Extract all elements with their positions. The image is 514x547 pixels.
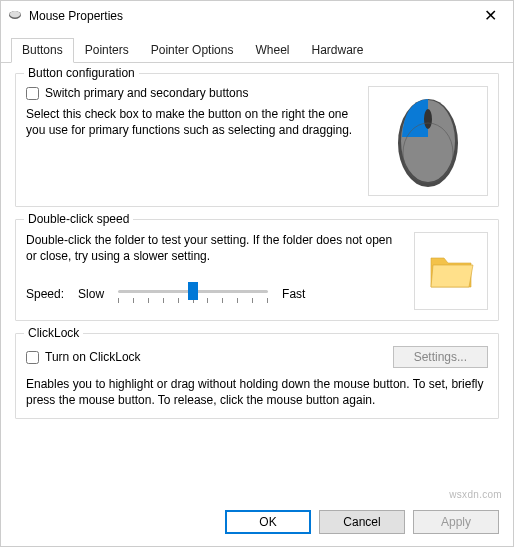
clicklock-checkbox[interactable] [26, 351, 39, 364]
tab-hardware[interactable]: Hardware [300, 38, 374, 63]
clicklock-label: Turn on ClickLock [45, 350, 141, 364]
mouse-preview [368, 86, 488, 196]
clicklock-settings-button: Settings... [393, 346, 488, 368]
switch-buttons-checkbox[interactable] [26, 87, 39, 100]
watermark: wsxdn.com [449, 489, 502, 500]
group-legend: Double-click speed [24, 212, 133, 226]
mouse-properties-window: Mouse Properties ✕ Buttons Pointers Poin… [0, 0, 514, 547]
double-click-help: Double-click the folder to test your set… [26, 232, 398, 264]
svg-point-1 [10, 11, 20, 17]
mouse-illustration-icon [393, 93, 463, 189]
apply-button: Apply [413, 510, 499, 534]
group-double-click-speed: Double-click speed Double-click the fold… [15, 219, 499, 321]
tab-buttons[interactable]: Buttons [11, 38, 74, 63]
folder-icon [428, 251, 474, 291]
slider-thumb[interactable] [188, 282, 198, 300]
double-click-test-folder[interactable] [414, 232, 488, 310]
window-title: Mouse Properties [29, 9, 123, 23]
titlebar: Mouse Properties ✕ [1, 1, 513, 31]
button-config-help: Select this check box to make the button… [26, 106, 358, 138]
group-legend: Button configuration [24, 66, 139, 80]
close-button[interactable]: ✕ [476, 4, 505, 28]
speed-label: Speed: [26, 287, 64, 301]
double-click-speed-slider[interactable] [118, 282, 268, 306]
tab-strip: Buttons Pointers Pointer Options Wheel H… [1, 31, 513, 63]
cancel-button[interactable]: Cancel [319, 510, 405, 534]
ok-button[interactable]: OK [225, 510, 311, 534]
switch-buttons-label: Switch primary and secondary buttons [45, 86, 248, 100]
group-legend: ClickLock [24, 326, 83, 340]
dialog-button-row: OK Cancel Apply [1, 500, 513, 546]
group-button-configuration: Button configuration Switch primary and … [15, 73, 499, 207]
titlebar-left: Mouse Properties [7, 9, 123, 24]
tab-pointer-options[interactable]: Pointer Options [140, 38, 245, 63]
tab-wheel[interactable]: Wheel [244, 38, 300, 63]
speed-fast-label: Fast [282, 287, 305, 301]
mouse-icon [7, 9, 23, 24]
svg-point-4 [424, 109, 432, 129]
speed-slow-label: Slow [78, 287, 104, 301]
tab-content: Button configuration Switch primary and … [1, 63, 513, 500]
speed-row: Speed: Slow Fast [26, 282, 398, 306]
group-clicklock: ClickLock Turn on ClickLock Settings... … [15, 333, 499, 419]
tab-pointers[interactable]: Pointers [74, 38, 140, 63]
clicklock-help: Enables you to highlight or drag without… [26, 376, 488, 408]
